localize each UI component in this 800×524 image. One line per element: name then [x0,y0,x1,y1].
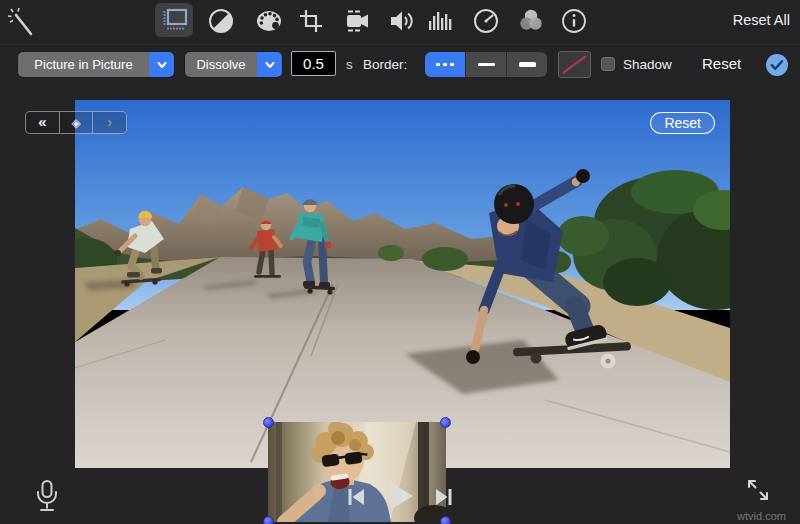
skateboard-video-frame [75,100,730,468]
pip-handle-top-right[interactable] [440,417,451,428]
pip-handle-bottom-right[interactable] [440,516,451,524]
keyframe-diamond-icon: ◈ [71,117,80,129]
border-thin-option[interactable] [466,52,507,77]
border-dashed-option[interactable] [425,52,466,77]
keyframe-previous-button[interactable]: « [26,112,60,133]
keyframe-next-button[interactable]: › [93,112,126,133]
fullscreen-button[interactable] [745,477,771,503]
overlay-tool-button[interactable] [155,3,193,37]
border-color-well[interactable] [558,51,591,78]
border-style-segmented-control [425,52,547,77]
duration-value: 0.5 [303,55,324,72]
watermark: wtvid.com [737,510,786,522]
reset-all-button[interactable]: Reset All [733,12,790,28]
transition-value: Dissolve [185,52,257,77]
camera-icon[interactable] [340,4,374,38]
volume-icon[interactable] [385,4,419,38]
speed-icon[interactable] [469,4,503,38]
equalizer-icon[interactable] [424,4,458,38]
shadow-checkbox[interactable] [601,57,615,71]
video-preview[interactable]: Reset [75,100,730,468]
thin-line-icon [478,63,495,66]
info-icon[interactable] [557,4,591,38]
chevron-down-icon [257,52,282,77]
no-color-slash-icon [559,52,590,77]
dashed-line-icon [436,63,454,66]
expand-arrows-icon [745,477,771,503]
overlay-settings-bar: Picture in Picture Dissolve 0.5 s Border… [0,44,800,88]
skip-forward-icon [433,486,455,508]
color-palette-icon[interactable] [252,4,286,38]
overlay-tool-icon [159,5,189,35]
voiceover-mic-button[interactable] [34,479,60,513]
play-icon [384,479,416,513]
pip-handle-bottom-left[interactable] [263,516,274,524]
double-chevron-left-icon: « [38,114,46,131]
crop-icon[interactable] [294,4,328,38]
overlay-style-dropdown[interactable]: Picture in Picture [18,52,174,77]
magic-wand-icon[interactable] [4,4,38,38]
pip-handle-top-left[interactable] [263,417,274,428]
play-button[interactable] [384,479,416,513]
transition-dropdown[interactable]: Dissolve [185,52,282,77]
shadow-label: Shadow [623,57,672,72]
settings-reset-button[interactable]: Reset [702,55,741,72]
microphone-icon [34,479,60,513]
viewer-reset-button[interactable]: Reset [650,112,715,134]
border-label: Border: [363,57,407,72]
thick-line-icon [519,62,536,68]
confirm-checkmark-button[interactable] [765,53,789,77]
contrast-icon[interactable] [204,4,238,38]
keyframe-navigator: « ◈ › [25,111,127,134]
keyframe-add-button[interactable]: ◈ [60,112,94,133]
duration-unit-label: s [346,57,353,72]
top-toolbar: Reset All [0,0,800,45]
color-match-icon[interactable] [514,4,548,38]
chevron-down-icon [149,52,174,77]
duration-input[interactable]: 0.5 [291,51,336,76]
overlay-style-value: Picture in Picture [18,52,149,77]
skip-back-icon [345,486,367,508]
skip-back-button[interactable] [345,486,367,508]
skip-forward-button[interactable] [433,486,455,508]
chevron-right-icon: › [107,115,112,131]
border-thick-option[interactable] [507,52,547,77]
